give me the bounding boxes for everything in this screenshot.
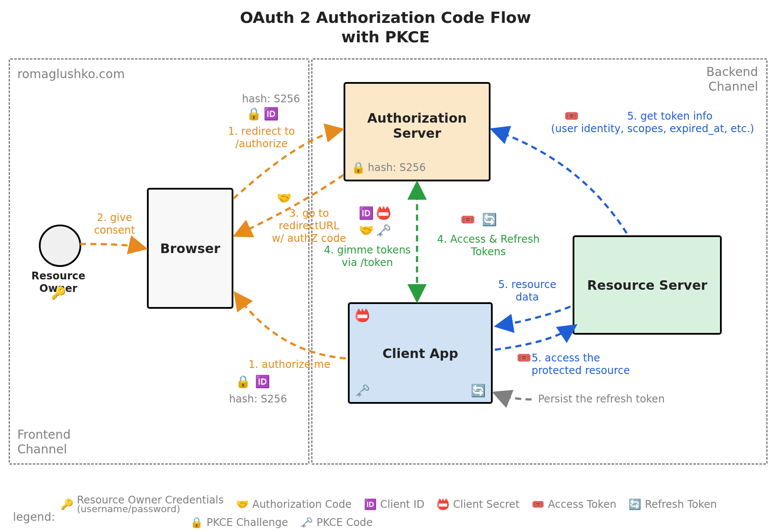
step-1-authorize-label: 1. authorize me	[249, 358, 330, 371]
step-5-data-label: 5. resource data	[488, 279, 566, 304]
diagram-title: OAuth 2 Authorization Code Flow with PKC…	[0, 8, 771, 47]
ticket-icon: 🎟️	[460, 214, 475, 226]
legend-item-pkce-challenge: 🔒 PKCE Challenge	[190, 516, 288, 529]
legend-item-credentials: 🔑 Resource Owner Credentials (username/p…	[61, 495, 224, 514]
handshake-icon: 🤝	[236, 498, 249, 510]
legend-label: legend:	[13, 510, 55, 523]
ticket-icon: 🎟️	[516, 352, 532, 364]
node-browser-label: Browser	[160, 241, 220, 256]
key-icon: 🔑	[61, 498, 73, 510]
id-icon: 🆔	[364, 498, 377, 510]
client-key-icon: 🗝️	[376, 225, 391, 237]
badge-icon: 📛	[355, 308, 370, 323]
legend-item-refresh-token: 🔄 Refresh Token	[628, 498, 717, 510]
step-4b-label: 4. Access & Refresh Tokens	[428, 233, 549, 258]
step-1-redirect-label: 1. redirect to /authorize	[216, 125, 307, 150]
lock-icon: 🔒	[351, 162, 365, 173]
legend-item-client-secret: 📛 Client Secret	[436, 498, 519, 510]
badge-icon: 📛	[436, 498, 449, 510]
step-3-label: 3. go to redirectURL w/ authZ code	[268, 207, 350, 244]
region-backend-label: Backend Channel	[706, 65, 758, 94]
step-1-redirect-hash: hash: S256	[242, 93, 300, 105]
legend-item-auth-code: 🤝 Authorization Code	[236, 498, 352, 510]
step-5-access-label: 5. access the protected resource	[532, 352, 644, 377]
refresh-icon: 🔄	[471, 385, 486, 397]
region-frontend-label-bottom: Frontend Channel	[17, 428, 71, 456]
key-icon: 🔑	[51, 287, 66, 299]
refresh-icon: 🔄	[482, 214, 497, 226]
node-auth-server-label-l2: Server	[367, 126, 467, 141]
node-client-app-label: Client App	[382, 346, 458, 361]
legend: legend: 🔑 Resource Owner Credentials (us…	[9, 492, 762, 529]
ticket-icon: 🎟️	[532, 498, 545, 510]
client-key-icon: 🗝️	[300, 516, 313, 529]
legend-item-client-id: 🆔 Client ID	[364, 498, 425, 510]
legend-item-access-token: 🎟️ Access Token	[532, 498, 616, 510]
node-client-app: 📛 Client App 🗝️ 🔄	[348, 302, 493, 404]
node-auth-server: Authorization Server 🔒 hash: S256	[344, 82, 491, 181]
title-line-1: OAuth 2 Authorization Code Flow	[240, 9, 531, 26]
step-5-token-info-label: 5. get token info (user identity, scopes…	[540, 110, 765, 135]
lock-icon: 🔒	[190, 516, 203, 529]
legend-row-1: 🔑 Resource Owner Credentials (username/p…	[9, 495, 762, 514]
id-icon: 🆔	[255, 376, 270, 388]
node-resource-server-label: Resource Server	[587, 278, 707, 293]
lock-icon: 🔒	[236, 376, 251, 388]
lock-icon: 🔒	[246, 108, 261, 120]
title-line-2: with PKCE	[341, 28, 430, 46]
node-auth-server-label-l1: Authorization	[367, 111, 467, 126]
legend-item-pkce-code: 🗝️ PKCE Code	[300, 516, 373, 529]
region-frontend-label-top: romaglushko.com	[17, 67, 125, 82]
node-resource-server: Resource Server	[573, 235, 722, 335]
id-icon: 🆔	[359, 207, 374, 219]
auth-server-hash-label: hash: S256	[368, 162, 426, 174]
refresh-icon: 🔄	[628, 498, 641, 510]
handshake-icon: 🤝	[277, 192, 292, 204]
node-browser: Browser	[147, 188, 233, 309]
persist-token-label: Persist the refresh token	[538, 393, 665, 405]
legend-row-2: 🔒 PKCE Challenge 🗝️ PKCE Code	[9, 516, 762, 529]
step-2-label: 2. give consent	[86, 212, 143, 237]
step-4a-label: 4. gimme tokens via /token	[320, 244, 415, 269]
badge-icon: 📛	[376, 207, 391, 219]
step-1-authorize-hash: hash: S256	[229, 393, 287, 405]
handshake-icon: 🤝	[359, 225, 374, 237]
client-key-icon: 🗝️	[355, 385, 370, 397]
node-resource-owner-circle	[39, 225, 81, 267]
id-icon: 🆔	[264, 108, 279, 120]
